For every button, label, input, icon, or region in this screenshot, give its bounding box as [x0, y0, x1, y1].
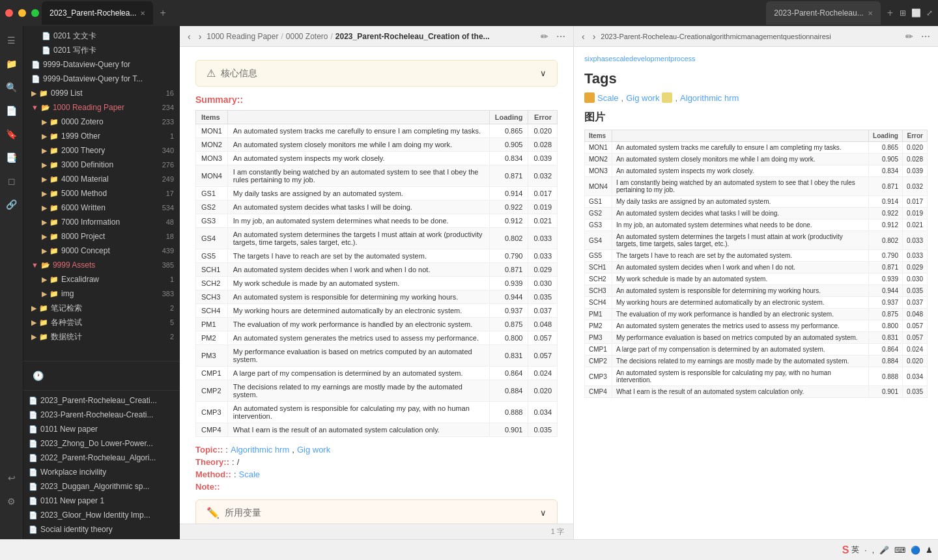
sidebar-bottom-controls: 🕐 — [23, 361, 179, 390]
tab-1-label: 2023_Parent-Rochelea... — [50, 8, 136, 18]
recent-file-0101[interactable]: 📄 0101 New paper 1 — [23, 494, 179, 508]
tree-item[interactable]: 📄 0201 文文卡 — [23, 29, 179, 43]
tree-item-5000[interactable]: ▶ 📁 5000 Method 17 — [23, 186, 179, 201]
edit-icon[interactable]: ✏ — [538, 30, 551, 43]
tag-scale[interactable]: Scale — [597, 93, 619, 103]
right-edit-icon[interactable]: ✏ — [903, 30, 916, 43]
tree-item-0999[interactable]: ▶ 📁 0999 List 16 — [23, 86, 179, 100]
folder-icon: ▶ — [42, 290, 47, 298]
forward-button[interactable]: › — [196, 30, 205, 43]
maximize-button[interactable] — [31, 9, 39, 17]
tree-item-9000[interactable]: ▶ 📁 9000 Concept 439 — [23, 244, 179, 258]
clock-icon[interactable]: 🕐 — [29, 367, 47, 385]
close-button[interactable] — [5, 9, 13, 17]
ime-english[interactable]: S 英 — [842, 544, 860, 556]
table-cell: 0.802 — [489, 228, 528, 249]
table-row: MON1An automated system tracks me carefu… — [196, 124, 558, 138]
right-back-button[interactable]: ‹ — [579, 30, 588, 43]
window-icon[interactable]: ⬜ — [911, 8, 921, 18]
tab-2[interactable]: 2023-Parent-Rocheleau... ✕ — [766, 1, 880, 25]
table-cell: An automated system is responsible for d… — [227, 290, 489, 304]
recent-file-1[interactable]: 📄 2023_Parent-Rocheleau_Creati... — [23, 393, 179, 408]
recent-file-4[interactable]: 📄 2023_Zhong_Do Lower-Power... — [23, 436, 179, 451]
tag-algorithmic-hrm[interactable]: Algorithmic hrm — [680, 93, 739, 103]
method-link[interactable]: Scale — [239, 469, 261, 479]
more-options-icon[interactable]: ⋯ — [554, 30, 568, 43]
collapse-icon[interactable]: ∨ — [540, 508, 547, 518]
tree-item-img[interactable]: ▶ 📁 img 383 — [23, 287, 179, 301]
tree-item-4000[interactable]: ▶ 📁 4000 Material 249 — [23, 172, 179, 186]
tree-item[interactable]: 📄 0201 写作卡 — [23, 43, 179, 57]
back-button[interactable]: ‹ — [185, 30, 193, 43]
expand-icon[interactable]: ⤢ — [926, 8, 933, 18]
files-icon[interactable]: 📁 — [3, 55, 21, 73]
tree-item-1999[interactable]: ▶ 📁 1999 Other 1 — [23, 129, 179, 143]
tree-item-2000[interactable]: ▶ 📁 2000 Theory 340 — [23, 143, 179, 158]
tag-gig-work[interactable]: Gig work — [626, 93, 659, 103]
tab-1-close[interactable]: ✕ — [140, 10, 145, 17]
tree-item-stats[interactable]: ▶ 📁 数据统计 2 — [23, 329, 179, 344]
table-cell: CMP1 — [585, 344, 612, 356]
breadcrumb-part-1[interactable]: 1000 Reading Paper — [206, 32, 278, 41]
ime-mic[interactable]: 🎤 — [879, 546, 889, 555]
table-cell: 0.021 — [902, 219, 927, 231]
layout-icon[interactable]: ⊞ — [900, 8, 906, 18]
new-tab-2-button[interactable]: + — [883, 7, 897, 19]
table-cell: 0.888 — [869, 367, 903, 386]
tree-item-7000[interactable]: ▶ 📁 7000 Information 48 — [23, 215, 179, 229]
new-tab-button[interactable]: + — [156, 7, 169, 19]
recent-file-workplace[interactable]: 📄 Workplace incivility — [23, 465, 179, 479]
tree-item-note[interactable]: ▶ 📁 笔记检索 2 — [23, 301, 179, 315]
table-cell: 0.019 — [528, 201, 558, 214]
ime-extra[interactable]: ♟ — [926, 546, 933, 555]
tab-1[interactable]: 2023_Parent-Rochelea... ✕ — [42, 1, 153, 25]
search-icon[interactable]: 🔍 — [3, 78, 21, 96]
tree-item-3000[interactable]: ▶ 📁 3000 Definition 276 — [23, 158, 179, 172]
summary-section-header[interactable]: ⚠ 核心信息 ∨ — [195, 60, 558, 87]
breadcrumb-part-2[interactable]: 0000 Zotero — [286, 32, 328, 41]
tab-2-close[interactable]: ✕ — [868, 10, 873, 17]
folder-closed-icon: 📁 — [50, 132, 59, 141]
ime-grid[interactable]: 🔵 — [911, 546, 920, 555]
code-icon[interactable] — [3, 516, 21, 534]
ime-keyboard[interactable]: ⌨ — [894, 546, 905, 555]
bookmark-icon[interactable]: 🔖 — [3, 125, 21, 143]
folder-closed-icon: 📁 — [50, 218, 59, 227]
sidebar-toggle[interactable]: ☰ — [3, 31, 21, 49]
tree-item-9999[interactable]: ▼ 📂 9999 Assets 385 — [23, 258, 179, 272]
minimize-button[interactable] — [18, 9, 26, 17]
item-label: 0201 写作卡 — [53, 45, 174, 56]
undo-icon[interactable]: ↩ — [3, 469, 21, 487]
recent-file-2[interactable]: 📄 2023-Parent-Rocheleau-Creati... — [23, 408, 179, 422]
tree-item-excalidraw[interactable]: ▶ 📁 Excalidraw 1 — [23, 272, 179, 287]
img-table: Items Loading Error MON1An automated sys… — [584, 130, 928, 398]
var-section-header[interactable]: ✏️ 所用变量 ∨ — [195, 499, 558, 524]
recent-file-gloor[interactable]: 📄 2023_Gloor_How Identity Imp... — [23, 508, 179, 522]
ime-comma[interactable]: , — [872, 546, 874, 555]
right-forward-button[interactable]: › — [590, 30, 599, 43]
tree-item-various[interactable]: ▶ 📁 各种尝试 5 — [23, 315, 179, 329]
tree-item[interactable]: 📄 9999-Dataview-Query for — [23, 57, 179, 72]
recent-file-3[interactable]: 📄 0101 New paper — [23, 422, 179, 436]
topic-link-2[interactable]: Gig work — [297, 445, 330, 455]
collapse-icon[interactable]: ∨ — [540, 68, 547, 78]
outline-icon[interactable]: 📑 — [3, 148, 21, 167]
tree-item-8000[interactable]: ▶ 📁 8000 Project 18 — [23, 229, 179, 244]
tree-item[interactable]: 📄 9999-Dataview-Query for T... — [23, 72, 179, 86]
recent-file-duggan[interactable]: 📄 2023_Duggan_Algorithmic sp... — [23, 479, 179, 494]
summary-content: Summary:: Items Loading Error MON1An aut… — [195, 94, 558, 437]
tree-item-6000[interactable]: ▶ 📁 6000 Written 534 — [23, 201, 179, 215]
tree-item-0000[interactable]: ▶ 📁 0000 Zotero 233 — [23, 115, 179, 129]
table-cell: 0.033 — [528, 228, 558, 249]
graph-icon[interactable]: 🔗 — [3, 195, 21, 214]
tree-item-1000[interactable]: ▼ 📂 1000 Reading Paper 234 — [23, 100, 179, 115]
right-more-icon[interactable]: ⋯ — [918, 30, 933, 43]
ime-dot[interactable]: · — [864, 546, 866, 555]
settings-icon[interactable]: ⚙ — [3, 492, 21, 511]
new-note-icon[interactable]: 📄 — [3, 102, 21, 120]
canvas-icon[interactable]: ◻ — [3, 172, 21, 190]
recent-file-5[interactable]: 📄 2022_Parent-Rocheleau_Algori... — [23, 451, 179, 465]
recent-file-social[interactable]: 📄 Social identity theory — [23, 522, 179, 537]
topic-link-1[interactable]: Algorithmic hrm — [231, 445, 289, 455]
table-row: MON4I am constantly being watched by an … — [585, 177, 928, 196]
